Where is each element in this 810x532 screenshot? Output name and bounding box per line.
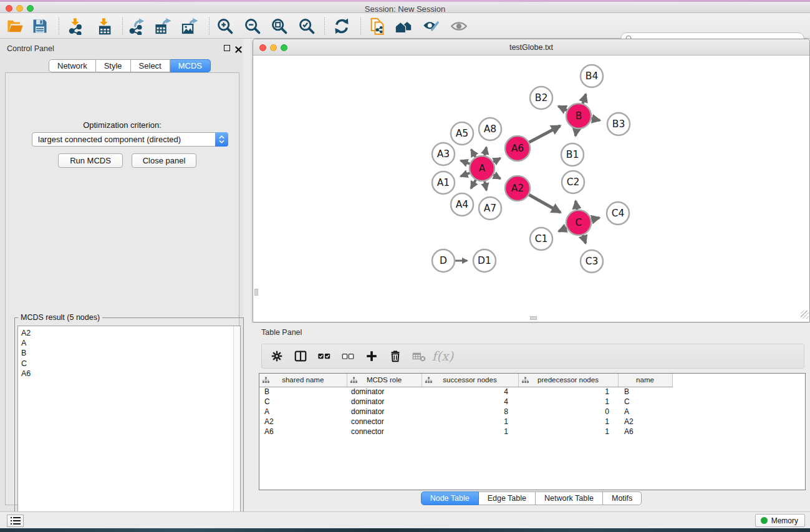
network-canvas[interactable]: B4B2BB3A8A5A6A3B1AC2A1A2A4A7C4CC1DD1C3	[254, 56, 809, 320]
graph-edge[interactable]	[583, 94, 586, 104]
select-all-button[interactable]	[317, 349, 332, 364]
refresh-layout-button[interactable]	[332, 16, 352, 36]
close-panel-icon[interactable]	[235, 44, 242, 51]
mcds-result-item[interactable]: A2	[21, 328, 240, 338]
tab-node-table[interactable]: Node Table	[421, 491, 479, 505]
export-image-button[interactable]	[180, 16, 200, 36]
table-cell[interactable]: A	[259, 407, 347, 417]
deselect-all-button[interactable]	[340, 349, 355, 364]
eye-button[interactable]	[449, 16, 469, 36]
column-header-name[interactable]: name	[618, 374, 672, 387]
graph-edge[interactable]	[493, 158, 500, 162]
pane-collapse-handle[interactable]	[254, 289, 258, 296]
table-row[interactable]: A6connector11A6	[259, 427, 672, 437]
column-header-mcds-role[interactable]: MCDS role	[347, 374, 422, 387]
table-cell[interactable]: A6	[259, 427, 347, 437]
tab-edge-table[interactable]: Edge Table	[479, 491, 536, 505]
show-columns-button[interactable]	[293, 349, 308, 364]
table-cell[interactable]: 1	[422, 417, 518, 427]
open-session-button[interactable]	[5, 16, 25, 36]
table-cell[interactable]: 4	[422, 397, 518, 407]
import-network-button[interactable]	[65, 16, 85, 36]
criterion-select[interactable]: largest connected component (directed)	[32, 132, 228, 147]
mcds-result-item[interactable]: A	[21, 338, 240, 348]
table-row[interactable]: Adominator80A	[259, 407, 672, 417]
tab-network-table[interactable]: Network Table	[536, 491, 603, 505]
table-cell[interactable]: 1	[518, 387, 618, 397]
graph-edge[interactable]	[576, 201, 577, 210]
zoom-selected-button[interactable]	[297, 16, 317, 36]
export-table-button[interactable]	[153, 16, 173, 36]
table-cell[interactable]: A2	[259, 417, 347, 427]
eye-edit-button[interactable]	[421, 16, 441, 36]
float-panel-icon[interactable]	[224, 45, 230, 51]
run-mcds-button[interactable]: Run MCDS	[58, 153, 123, 168]
graph-edge[interactable]	[591, 218, 599, 220]
graph-edge[interactable]	[485, 181, 486, 190]
delete-column-button[interactable]	[388, 349, 403, 364]
graph-edge[interactable]	[471, 180, 476, 188]
table-cell[interactable]: 1	[518, 397, 618, 407]
graph-edge[interactable]	[471, 150, 476, 157]
import-table-button[interactable]	[94, 16, 114, 36]
zoom-out-button[interactable]	[243, 16, 263, 36]
table-cell[interactable]: A6	[618, 427, 672, 437]
graph-edge[interactable]	[592, 118, 600, 120]
graph-edge[interactable]	[583, 235, 586, 243]
table-cell[interactable]: 4	[422, 387, 518, 397]
mcds-result-item[interactable]: C	[21, 359, 240, 369]
table-cell[interactable]: 8	[422, 407, 518, 417]
column-header-shared-name[interactable]: shared name	[259, 374, 347, 387]
copy-document-button[interactable]	[367, 16, 387, 36]
table-cell[interactable]: 0	[518, 407, 618, 417]
mcds-result-list[interactable]: A2ABCA6	[17, 326, 241, 530]
table-cell[interactable]: 1	[518, 427, 618, 437]
column-header-successor-nodes[interactable]: successor nodes	[422, 374, 518, 387]
table-cell[interactable]: 1	[422, 427, 518, 437]
table-row[interactable]: A2connector11A2	[259, 417, 672, 427]
table-cell[interactable]: connector	[347, 417, 422, 427]
show-tasks-button[interactable]	[7, 515, 24, 527]
add-column-button[interactable]	[364, 349, 379, 364]
delete-table-button[interactable]	[412, 349, 427, 364]
mcds-result-item[interactable]: B	[21, 348, 240, 358]
column-header-predecessor-nodes[interactable]: predecessor nodes	[518, 374, 618, 387]
memory-button[interactable]: Memory	[755, 514, 805, 527]
zoom-fit-button[interactable]	[269, 16, 289, 36]
window-titlebar[interactable]: Session: New Session	[0, 2, 810, 13]
tab-mcds[interactable]: MCDS	[170, 59, 211, 72]
table-cell[interactable]: C	[618, 397, 672, 407]
tab-network[interactable]: Network	[49, 59, 96, 72]
graph-edge[interactable]	[559, 106, 567, 110]
table-cell[interactable]: C	[259, 397, 347, 407]
resize-grip-icon[interactable]	[801, 311, 809, 319]
table-cell[interactable]: B	[618, 387, 672, 397]
table-cell[interactable]: A	[618, 407, 672, 417]
graph-edge[interactable]	[493, 175, 500, 178]
table-cell[interactable]: dominator	[347, 397, 422, 407]
table-cell[interactable]: 1	[518, 417, 618, 427]
tab-style[interactable]: Style	[96, 59, 131, 72]
graph-edge[interactable]	[485, 147, 486, 155]
table-cell[interactable]: dominator	[347, 407, 422, 417]
graph-edge[interactable]	[576, 129, 577, 136]
zoom-in-button[interactable]	[215, 16, 235, 36]
table-header-row[interactable]: shared name MCDS role successor nodes pr…	[259, 374, 672, 387]
graph-edge[interactable]	[461, 173, 470, 176]
network-window-titlebar[interactable]: testGlobe.txt	[253, 39, 809, 56]
export-network-button[interactable]	[127, 16, 147, 36]
node-table[interactable]: shared name MCDS role successor nodes pr…	[259, 373, 806, 490]
pane-collapse-handle[interactable]	[530, 316, 537, 320]
mcds-list-scrollbar[interactable]	[233, 326, 240, 530]
mcds-result-item[interactable]: A6	[21, 369, 240, 379]
graph-edge[interactable]	[529, 195, 560, 212]
graph-edge[interactable]	[559, 228, 567, 231]
function-builder-button[interactable]: f(x)	[435, 349, 450, 364]
tab-select[interactable]: Select	[131, 59, 170, 72]
table-row[interactable]: Bdominator41B	[259, 387, 672, 397]
double-home-button[interactable]	[393, 16, 413, 36]
tab-motifs[interactable]: Motifs	[603, 491, 642, 505]
table-cell[interactable]: A2	[618, 417, 672, 427]
table-row[interactable]: Cdominator41C	[259, 397, 672, 407]
graph-edge[interactable]	[461, 160, 470, 163]
